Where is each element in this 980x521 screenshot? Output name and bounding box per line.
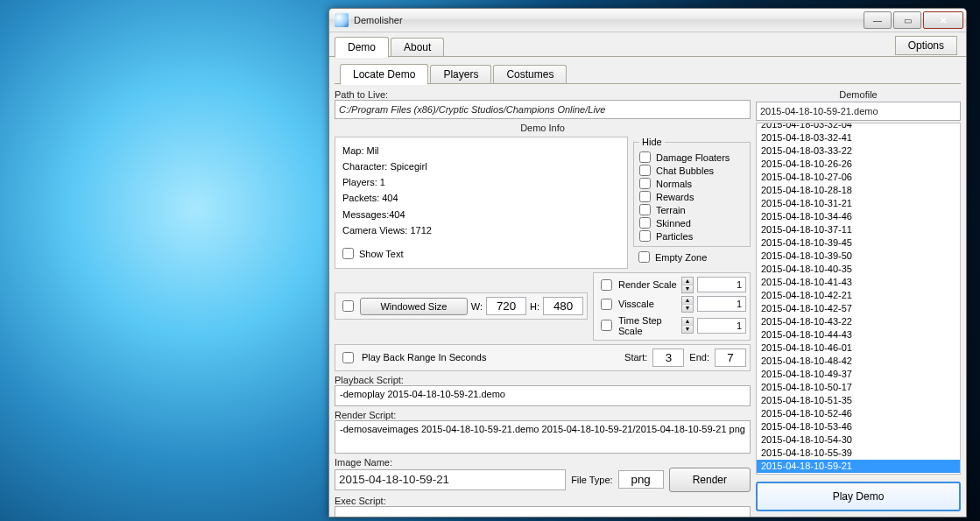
hide-legend: Hide: [639, 137, 665, 147]
close-button[interactable]: ✕: [923, 11, 963, 29]
render-scale-label: Render Scale: [618, 279, 678, 290]
tab-demo[interactable]: Demo: [335, 37, 389, 58]
list-item[interactable]: 2015-04-18-03-32-41: [757, 131, 960, 144]
show-text-checkbox[interactable]: [342, 248, 354, 259]
render-button[interactable]: Render: [669, 468, 751, 492]
render-script-input[interactable]: -demosaveimages 2015-04-18-10-59-21.demo…: [335, 420, 751, 454]
list-item[interactable]: 2015-04-18-03-33-22: [757, 144, 960, 158]
hide-terrain[interactable]: Terrain: [639, 203, 744, 216]
playback-range-row: Play Back Range In Seconds Start: End:: [335, 344, 751, 371]
playback-range-checkbox[interactable]: [342, 352, 354, 363]
play-demo-button[interactable]: Play Demo: [756, 482, 961, 511]
window-title: Demolisher: [354, 15, 858, 25]
width-input[interactable]: [486, 297, 526, 315]
list-item[interactable]: 2015-04-18-10-40-35: [757, 263, 960, 276]
list-item[interactable]: 2015-04-18-03-32-04: [757, 123, 960, 131]
hide-rewards[interactable]: Rewards: [639, 190, 744, 203]
list-item[interactable]: 2015-04-18-10-34-46: [757, 210, 960, 223]
render-scale-checkbox[interactable]: [601, 279, 612, 291]
timestep-checkbox[interactable]: [601, 320, 612, 331]
visscale-spinner[interactable]: ▲▼: [681, 296, 694, 313]
list-item[interactable]: 2015-04-18-10-50-17: [757, 381, 960, 394]
file-list[interactable]: 2015-04-18-03-31-592015-04-18-03-32-0420…: [756, 123, 961, 475]
render-script-label: Render Script:: [335, 410, 751, 420]
info-map: Map: Mil: [342, 143, 620, 158]
list-item[interactable]: 2015-04-18-10-42-57: [757, 302, 960, 315]
maximize-button[interactable]: ▭: [893, 11, 921, 29]
show-text-label: Show Text: [359, 246, 404, 262]
demo-info-heading: Demo Info: [335, 123, 751, 133]
hide-particles[interactable]: Particles: [639, 229, 744, 243]
visscale-value[interactable]: 1: [697, 296, 746, 312]
list-item[interactable]: 2015-04-18-10-46-01: [757, 341, 960, 355]
end-label: End:: [689, 352, 709, 363]
sub-tabs: Locate Demo Players Costumes: [335, 60, 961, 84]
hide-damage-floaters[interactable]: Damage Floaters: [639, 151, 744, 164]
file-type-label: File Type:: [571, 475, 613, 485]
tab-costumes[interactable]: Costumes: [493, 65, 567, 83]
options-button[interactable]: Options: [895, 36, 957, 55]
demofile-label: Demofile: [756, 89, 961, 100]
hide-chat-bubbles[interactable]: Chat Bubbles: [639, 164, 744, 177]
list-item[interactable]: 2015-04-18-10-55-39: [757, 447, 960, 460]
list-item[interactable]: 2015-04-18-10-39-45: [757, 236, 960, 250]
list-item[interactable]: 2015-04-18-10-54-30: [757, 433, 960, 447]
start-input[interactable]: [652, 349, 684, 367]
list-item[interactable]: 2015-04-18-10-44-43: [757, 328, 960, 341]
render-scale-spinner[interactable]: ▲▼: [681, 277, 694, 293]
list-item[interactable]: 2015-04-18-10-43-22: [757, 315, 960, 328]
start-label: Start:: [624, 352, 647, 363]
h-label: H:: [530, 301, 539, 312]
path-input[interactable]: C:/Program Files (x86)/Cryptic Studios/C…: [335, 100, 751, 119]
file-type-input[interactable]: [618, 470, 664, 489]
app-window: Demolisher — ▭ ✕ Demo About Options Loca…: [328, 8, 967, 517]
timestep-label: Time Step Scale: [618, 315, 678, 336]
info-players: Players: 1: [342, 174, 620, 190]
list-item[interactable]: 2015-04-18-10-49-37: [757, 368, 960, 381]
exec-script-input[interactable]: [335, 506, 751, 517]
demo-info-panel: Map: Mil Character: Spicegirl Players: 1…: [335, 137, 628, 269]
tab-about[interactable]: About: [391, 38, 444, 56]
list-item[interactable]: 2015-04-18-10-28-18: [757, 184, 960, 197]
list-item[interactable]: 2015-04-18-10-26-26: [757, 158, 960, 171]
timestep-value[interactable]: 1: [697, 318, 746, 334]
info-messages: Messages:404: [342, 207, 620, 222]
list-item[interactable]: 2015-04-18-10-51-35: [757, 394, 960, 407]
tab-locate-demo[interactable]: Locate Demo: [340, 64, 428, 85]
list-item[interactable]: 2015-04-18-10-53-46: [757, 420, 960, 433]
info-camera-views: Camera Views: 1712: [342, 222, 620, 238]
w-label: W:: [471, 301, 483, 312]
list-item[interactable]: 2015-04-18-10-39-50: [757, 250, 960, 263]
playback-script-label: Playback Script:: [335, 375, 751, 385]
list-item[interactable]: 2015-04-18-10-41-43: [757, 276, 960, 289]
demofile-input[interactable]: 2015-04-18-10-59-21.demo: [756, 102, 961, 121]
render-scale-value[interactable]: 1: [697, 277, 746, 292]
list-item[interactable]: 2015-04-18-10-37-11: [757, 223, 960, 236]
list-item[interactable]: 2015-04-18-10-52-46: [757, 407, 960, 420]
hide-normals[interactable]: Normals: [639, 177, 744, 190]
path-label: Path to Live:: [335, 89, 751, 100]
list-item[interactable]: 2015-04-18-10-48-42: [757, 355, 960, 368]
tab-players[interactable]: Players: [430, 65, 491, 83]
info-packets: Packets: 404: [342, 190, 620, 206]
image-name-label: Image Name:: [335, 457, 751, 468]
hide-skinned[interactable]: Skinned: [639, 216, 744, 229]
list-item[interactable]: 2015-04-18-10-31-21: [757, 197, 960, 210]
list-item[interactable]: 2015-04-18-10-42-21: [757, 289, 960, 302]
height-input[interactable]: [543, 297, 583, 315]
playback-script-input[interactable]: -demoplay 2015-04-18-10-59-21.demo: [335, 385, 751, 406]
end-input[interactable]: [715, 349, 746, 367]
show-text-check[interactable]: Show Text: [342, 245, 620, 263]
timestep-spinner[interactable]: ▲▼: [681, 317, 694, 334]
hide-group: Hide Damage Floaters Chat Bubbles Normal…: [633, 137, 751, 247]
playback-range-label: Play Back Range In Seconds: [362, 352, 486, 363]
windowed-checkbox[interactable]: [342, 300, 354, 312]
empty-zone-check[interactable]: Empty Zone: [633, 250, 751, 264]
main-tabs: Demo About Options: [329, 32, 966, 57]
visscale-checkbox[interactable]: [601, 299, 612, 310]
image-name-input[interactable]: [335, 469, 566, 490]
list-item[interactable]: 2015-04-18-10-59-21: [757, 460, 960, 473]
windowed-size-button[interactable]: Windowed Size: [360, 298, 468, 315]
minimize-button[interactable]: —: [864, 11, 892, 29]
list-item[interactable]: 2015-04-18-10-27-06: [757, 171, 960, 184]
